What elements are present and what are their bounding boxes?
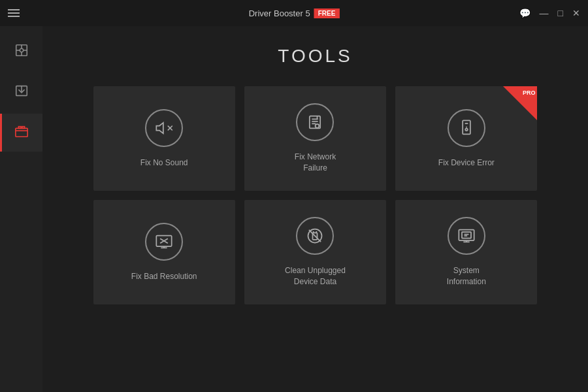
svg-point-18 (316, 124, 319, 128)
home-icon (14, 43, 29, 61)
sidebar-item-home[interactable] (0, 33, 42, 71)
fix-resolution-label: Fix Bad Resolution (131, 271, 197, 282)
fix-network-icon-circle (296, 103, 334, 141)
tool-fix-no-sound[interactable]: Fix No Sound (93, 86, 235, 191)
chat-button[interactable]: 💬 (519, 8, 531, 18)
system-info-icon-circle (448, 217, 485, 255)
clean-unplugged-icon-circle (296, 217, 334, 255)
close-button[interactable]: ✕ (572, 8, 580, 18)
fix-no-sound-icon-circle (145, 109, 183, 147)
tool-fix-device-error[interactable]: PRO Fix Device Error (395, 86, 537, 191)
tool-fix-network[interactable]: Fix NetworkFailure (244, 86, 386, 191)
sidebar-item-tools[interactable] (0, 114, 42, 152)
restore-icon (14, 84, 29, 101)
sidebar (0, 26, 42, 392)
svg-marker-11 (156, 122, 163, 133)
maximize-button[interactable]: □ (558, 8, 563, 18)
fix-device-error-label: Fix Device Error (438, 157, 495, 169)
title-bar-right: 💬 — □ ✕ (519, 8, 580, 18)
app-title: Driver Booster 5 (249, 8, 310, 18)
title-bar-left (8, 7, 20, 19)
title-bar-center: Driver Booster 5 FREE (249, 8, 340, 18)
fix-no-sound-label: Fix No Sound (140, 157, 188, 169)
fix-device-error-icon-circle (448, 109, 485, 147)
svg-rect-37 (462, 232, 471, 238)
pro-badge-text: PRO (523, 90, 536, 96)
clean-unplugged-label: Clean UnpluggedDevice Data (285, 265, 346, 287)
content-area: TOOLS Fix No Sound (42, 26, 588, 392)
tools-grid: Fix No Sound Fix NetworkFailure (93, 86, 538, 304)
tools-icon (14, 124, 29, 142)
svg-rect-34 (459, 230, 474, 240)
minimize-button[interactable]: — (540, 8, 549, 18)
tool-clean-unplugged[interactable]: Clean UnpluggedDevice Data (244, 200, 386, 304)
fix-network-label: Fix NetworkFailure (295, 152, 336, 174)
svg-point-22 (465, 128, 468, 131)
system-info-label: SystemInformation (447, 265, 486, 287)
free-badge: FREE (314, 8, 340, 18)
svg-rect-10 (22, 126, 24, 128)
main-layout: TOOLS Fix No Sound (0, 26, 588, 392)
tool-fix-bad-resolution[interactable]: Fix Bad Resolution (93, 200, 235, 304)
menu-icon[interactable] (8, 7, 20, 19)
page-title: TOOLS (278, 46, 352, 67)
title-bar: Driver Booster 5 FREE 💬 — □ ✕ (0, 0, 588, 26)
svg-rect-9 (18, 126, 21, 128)
fix-resolution-icon-circle (145, 223, 183, 261)
svg-point-1 (20, 48, 24, 52)
sidebar-item-restore[interactable] (0, 73, 42, 111)
tool-system-info[interactable]: SystemInformation (395, 200, 537, 304)
svg-rect-8 (15, 128, 27, 137)
